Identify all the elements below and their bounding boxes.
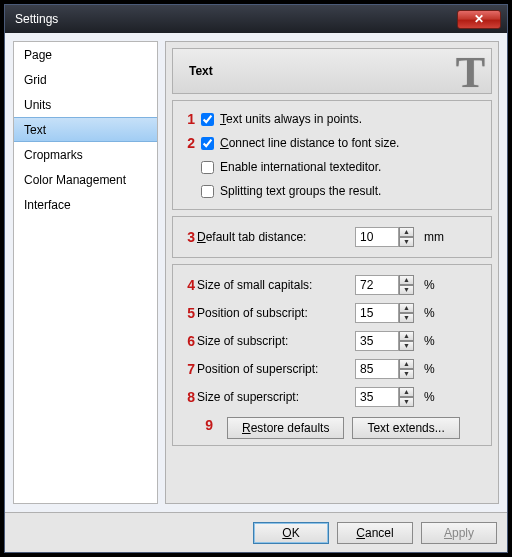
- marker-1: 1: [181, 111, 195, 127]
- titlebar: Settings ✕: [5, 5, 507, 33]
- nav-item-page[interactable]: Page: [14, 42, 157, 67]
- section-header: Text T: [172, 48, 492, 94]
- spin-up[interactable]: ▲: [399, 303, 414, 313]
- marker-2: 2: [181, 135, 195, 151]
- spin-down[interactable]: ▼: [399, 341, 414, 351]
- label-units-points: Text units always in points.: [220, 112, 362, 126]
- ok-button[interactable]: OK: [253, 522, 329, 544]
- dialog-footer: OK Cancel Apply: [5, 512, 507, 552]
- window-title: Settings: [9, 12, 58, 26]
- spin-up[interactable]: ▲: [399, 387, 414, 397]
- label-sup-pos: Position of superscript:: [197, 362, 355, 376]
- typography-group: 4 Size of small capitals: ▲▼ % 5 Positio…: [172, 264, 492, 446]
- marker-8: 8: [181, 389, 195, 405]
- marker-4: 4: [181, 277, 195, 293]
- content-panel: Text T 1 Text units always in points. 2 …: [165, 41, 499, 504]
- nav-item-interface[interactable]: Interface: [14, 192, 157, 217]
- checkbox-split-groups[interactable]: [201, 185, 214, 198]
- nav-item-cropmarks[interactable]: Cropmarks: [14, 142, 157, 167]
- spin-down[interactable]: ▼: [399, 369, 414, 379]
- input-tab-distance[interactable]: [355, 227, 399, 247]
- marker-6: 6: [181, 333, 195, 349]
- unit-sub-pos: %: [424, 306, 435, 320]
- marker-9: 9: [199, 417, 213, 439]
- spinner-tab-distance: ▲▼: [355, 227, 414, 247]
- label-small-caps: Size of small capitals:: [197, 278, 355, 292]
- label-connect-line: Connect line distance to font size.: [220, 136, 399, 150]
- section-title: Text: [173, 64, 213, 78]
- nav-item-text[interactable]: Text: [14, 117, 157, 142]
- label-sub-pos: Position of subscript:: [197, 306, 355, 320]
- label-split-groups: Splitting text groups the result.: [220, 184, 381, 198]
- nav-item-grid[interactable]: Grid: [14, 67, 157, 92]
- label-sup-size: Size of superscript:: [197, 390, 355, 404]
- label-sub-size: Size of subscript:: [197, 334, 355, 348]
- label-intl-editor: Enable international texteditor.: [220, 160, 381, 174]
- tab-distance-group: 3 Default tab distance: ▲▼ mm: [172, 216, 492, 258]
- apply-button[interactable]: Apply: [421, 522, 497, 544]
- nav-list: Page Grid Units Text Cropmarks Color Man…: [13, 41, 158, 504]
- unit-sup-size: %: [424, 390, 435, 404]
- label-tab-distance: Default tab distance:: [197, 230, 355, 244]
- nav-item-color-management[interactable]: Color Management: [14, 167, 157, 192]
- input-small-caps[interactable]: [355, 275, 399, 295]
- unit-tab-distance: mm: [424, 230, 444, 244]
- checkbox-intl-editor[interactable]: [201, 161, 214, 174]
- input-sup-pos[interactable]: [355, 359, 399, 379]
- input-sub-pos[interactable]: [355, 303, 399, 323]
- spin-up[interactable]: ▲: [399, 331, 414, 341]
- spin-up[interactable]: ▲: [399, 359, 414, 369]
- unit-sup-pos: %: [424, 362, 435, 376]
- spin-up[interactable]: ▲: [399, 275, 414, 285]
- cancel-button[interactable]: Cancel: [337, 522, 413, 544]
- input-sup-size[interactable]: [355, 387, 399, 407]
- marker-5: 5: [181, 305, 195, 321]
- input-sub-size[interactable]: [355, 331, 399, 351]
- spin-up[interactable]: ▲: [399, 227, 414, 237]
- settings-window: Settings ✕ Page Grid Units Text Cropmark…: [4, 4, 508, 553]
- marker-3: 3: [181, 229, 195, 245]
- spin-down[interactable]: ▼: [399, 313, 414, 323]
- checkbox-group: 1 Text units always in points. 2 Connect…: [172, 100, 492, 210]
- checkbox-connect-line[interactable]: [201, 137, 214, 150]
- unit-sub-size: %: [424, 334, 435, 348]
- text-icon: T: [456, 51, 485, 95]
- checkbox-units-points[interactable]: [201, 113, 214, 126]
- spin-down[interactable]: ▼: [399, 397, 414, 407]
- spin-down[interactable]: ▼: [399, 285, 414, 295]
- spin-down[interactable]: ▼: [399, 237, 414, 247]
- nav-item-units[interactable]: Units: [14, 92, 157, 117]
- text-extends-button[interactable]: Text extends...: [352, 417, 459, 439]
- marker-7: 7: [181, 361, 195, 377]
- restore-defaults-button[interactable]: Restore defaults: [227, 417, 344, 439]
- unit-small-caps: %: [424, 278, 435, 292]
- close-icon: ✕: [474, 12, 484, 26]
- close-button[interactable]: ✕: [457, 10, 501, 29]
